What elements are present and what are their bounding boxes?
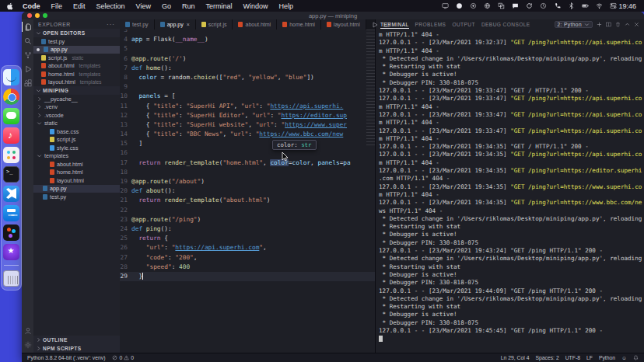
tab-script.js[interactable]: script.js bbox=[196, 19, 233, 30]
settings-icon[interactable] bbox=[22, 339, 33, 350]
close-icon[interactable] bbox=[634, 22, 639, 27]
split-editor-icon[interactable] bbox=[383, 22, 390, 28]
code-line-22[interactable]: 22 bbox=[120, 206, 375, 215]
language-mode[interactable]: Python bbox=[599, 355, 615, 360]
code-line-12[interactable]: 12 { "title": "SuperHi Editor", "url": "… bbox=[120, 111, 375, 120]
chevron-up-icon[interactable] bbox=[625, 22, 630, 27]
battery-icon[interactable] bbox=[582, 2, 589, 9]
keynote-dock-icon[interactable] bbox=[3, 205, 19, 221]
menu-item-file[interactable]: File bbox=[46, 2, 68, 10]
tree-item-test.py[interactable]: test.py bbox=[33, 193, 120, 201]
menu-item-go[interactable]: Go bbox=[156, 2, 177, 10]
apple-menu-icon[interactable] bbox=[6, 2, 14, 10]
open-editor-test.py[interactable]: test.py bbox=[33, 37, 120, 46]
search-icon[interactable] bbox=[22, 36, 33, 46]
trash-dock-icon[interactable] bbox=[3, 270, 19, 287]
account-icon[interactable] bbox=[22, 325, 33, 336]
messages-dock-icon[interactable] bbox=[3, 108, 19, 124]
python-interpreter[interactable]: Python 3.8.2 64-bit ('.venv': venv) bbox=[27, 355, 105, 360]
copy-icon[interactable] bbox=[498, 2, 505, 9]
open-editor-app.py[interactable]: app.py bbox=[33, 46, 120, 54]
trash-icon[interactable] bbox=[615, 22, 621, 27]
open-editor-layout.html[interactable]: layout.htmltemplates bbox=[33, 78, 120, 87]
menu-item-code[interactable]: Code bbox=[17, 2, 46, 10]
code-line-15[interactable]: 15 ] bbox=[120, 139, 375, 148]
tab-app.py[interactable]: app.py× bbox=[155, 19, 196, 30]
tree-item-script.js[interactable]: script.js bbox=[33, 136, 120, 144]
code-line-28[interactable]: 28 "speed": 400 bbox=[120, 263, 375, 272]
tree-item-.venv[interactable]: .venv bbox=[33, 103, 120, 112]
code-line-8[interactable]: 8 color = random.choice(["red", "yellow"… bbox=[120, 73, 375, 82]
menu-item-terminal[interactable]: Terminal bbox=[200, 2, 237, 10]
music-dock-icon[interactable] bbox=[3, 127, 19, 144]
run-file-icon[interactable] bbox=[372, 22, 378, 28]
tab-layout.html[interactable]: layout.html bbox=[321, 19, 366, 30]
code-line-25[interactable]: 25 return { bbox=[120, 234, 375, 243]
tree-item-static[interactable]: static bbox=[33, 120, 120, 128]
close-tab-icon[interactable]: × bbox=[187, 22, 190, 27]
clock-icon[interactable] bbox=[540, 2, 547, 9]
open-editor-home.html[interactable]: home.htmltemplates bbox=[33, 70, 120, 78]
tab-test.py[interactable]: test.py bbox=[120, 19, 155, 30]
minimize-window-button[interactable] bbox=[35, 13, 40, 18]
code-line-26[interactable]: 26 "url": "https://api.superhi.com", bbox=[120, 243, 375, 252]
menu-item-view[interactable]: View bbox=[131, 2, 156, 10]
vscode-dock-icon[interactable] bbox=[3, 186, 19, 202]
figma-dock-icon[interactable] bbox=[3, 225, 19, 241]
code-line-9[interactable]: 9 bbox=[120, 82, 375, 92]
terminal-output[interactable]: m HTTP/1.1" 404 -127.0.0.1 - - [23/Mar/2… bbox=[376, 30, 644, 353]
open-editor-script.js[interactable]: script.jsstatic bbox=[33, 54, 120, 62]
notifications-bell-icon[interactable] bbox=[633, 355, 639, 360]
eol[interactable]: LF bbox=[586, 355, 593, 360]
code-line-20[interactable]: 20def about(): bbox=[120, 186, 375, 196]
terminal-dock-icon[interactable] bbox=[3, 166, 19, 183]
code-line-16[interactable]: 16 bbox=[120, 148, 375, 158]
record-icon[interactable] bbox=[470, 2, 477, 9]
wifi-icon[interactable] bbox=[596, 2, 603, 9]
tab-debug-console[interactable]: DEBUG CONSOLE bbox=[481, 21, 530, 28]
tree-item-home.html[interactable]: home.html bbox=[33, 169, 120, 177]
menubar-clock[interactable]: 19:46 bbox=[618, 2, 636, 10]
code-line-7[interactable]: 7def home(): bbox=[120, 64, 375, 73]
window-titlebar[interactable]: app.py — miniping bbox=[22, 12, 644, 19]
tab-about.html[interactable]: about.html bbox=[233, 19, 277, 30]
code-line-17[interactable]: 17 return render_template("home.html", c… bbox=[120, 158, 375, 168]
menu-item-help[interactable]: Help bbox=[273, 2, 299, 10]
close-window-button[interactable] bbox=[27, 13, 32, 18]
menu-item-edit[interactable]: Edit bbox=[68, 2, 91, 10]
code-line-4[interactable]: 4app = Flask(__name__) bbox=[120, 35, 375, 44]
code-line-19[interactable]: 19@app.route("/about") bbox=[120, 177, 375, 186]
code-line-27[interactable]: 27 "code": "200", bbox=[120, 253, 375, 263]
bluetooth-icon[interactable] bbox=[568, 2, 575, 9]
code-line-14[interactable]: 14 { "title": "BBC News", "url": "https:… bbox=[120, 130, 375, 139]
cursor-position[interactable]: Ln 29, Col 4 bbox=[501, 355, 530, 360]
plus-icon[interactable] bbox=[597, 22, 602, 27]
section-outline[interactable]: OUTLINE bbox=[33, 336, 120, 344]
tree-item-templates[interactable]: templates bbox=[33, 152, 120, 161]
terminal-selector[interactable]: 2: Python bbox=[555, 21, 593, 28]
explorer-icon[interactable] bbox=[22, 22, 33, 32]
open-editor-about.html[interactable]: about.htmltemplates bbox=[33, 62, 120, 71]
tree-item-__pycache__[interactable]: __pycache__ bbox=[33, 95, 120, 103]
workspace-header[interactable]: MINIPING bbox=[33, 86, 120, 95]
section-npm-scripts[interactable]: NPM SCRIPTS bbox=[33, 344, 120, 353]
menu-item-run[interactable]: Run bbox=[177, 2, 201, 10]
code-line-24[interactable]: 24def ping(): bbox=[120, 225, 375, 234]
display-icon[interactable] bbox=[442, 2, 449, 9]
problems-indicator[interactable]: 0 0 bbox=[112, 355, 134, 360]
code-line-11[interactable]: 11 { "title": "SuperHi API", "url": "htt… bbox=[120, 102, 375, 111]
zoom-window-button[interactable] bbox=[43, 13, 47, 18]
tree-item-base.css[interactable]: base.css bbox=[33, 127, 120, 136]
dot-circle-icon[interactable] bbox=[456, 2, 463, 9]
code-line-6[interactable]: 6@app.route('/') bbox=[120, 54, 375, 64]
tree-item-app.py[interactable]: app.py bbox=[33, 185, 120, 193]
indentation[interactable]: Spaces: 2 bbox=[535, 355, 558, 360]
tab-home.html[interactable]: home.html bbox=[277, 19, 321, 30]
more-actions-icon[interactable]: ··· bbox=[107, 21, 115, 28]
control-center-icon[interactable] bbox=[610, 2, 617, 9]
code-line-21[interactable]: 21 return render_template("about.html") bbox=[120, 196, 375, 205]
code-area[interactable]: 34app = Flask(__name__)56@app.route('/')… bbox=[120, 30, 375, 353]
code-line-13[interactable]: 13 { "title": "SuperHi website", "url": … bbox=[120, 120, 375, 130]
menu-item-selection[interactable]: Selection bbox=[91, 2, 131, 10]
extensions-icon[interactable] bbox=[22, 78, 33, 88]
